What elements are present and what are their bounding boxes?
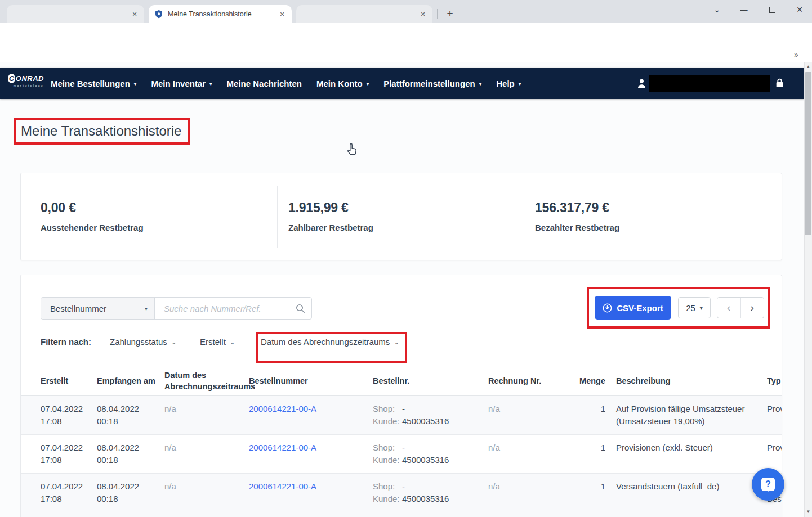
window-maximize-button[interactable] — [764, 2, 780, 17]
filter-erstellt[interactable]: Erstellt⌄ — [200, 337, 235, 347]
user-icon — [637, 79, 646, 88]
logout-lock-icon[interactable] — [775, 78, 784, 88]
description-value: Auf Provision fällige Umsatzsteuer (Umsa… — [616, 404, 744, 426]
shop-value: - — [402, 443, 405, 452]
column-header: Bestellnr. — [373, 366, 484, 395]
description-value: Versandsteuern (taxfull_de) — [616, 482, 719, 491]
csv-export-button[interactable]: CSV-Export — [595, 296, 671, 320]
filter-label: Datum des Abrechnungszeitraums — [261, 337, 390, 347]
nav-item-plattformeinstellungen[interactable]: Plattformeinstellungen▾ — [383, 79, 481, 88]
table-body: 07.04.2022 17:08 08.04.2022 00:18 n/a 20… — [21, 396, 782, 517]
help-button[interactable]: ? — [752, 468, 784, 501]
filter-label: Erstellt — [200, 337, 226, 347]
window-minimize-button[interactable]: — — [736, 2, 752, 17]
cell-abrechnungszeitraum: n/a — [164, 480, 250, 493]
browser-tab-active[interactable]: Meine Transaktionshistorie ✕ — [149, 5, 292, 23]
nav-item-label: Meine Bestellungen — [51, 79, 130, 88]
bookmarks-overflow-chevron[interactable]: » — [794, 50, 798, 59]
window-close-button[interactable]: ✕ — [792, 2, 807, 17]
order-number-link[interactable]: 2000614221-00-A — [249, 443, 316, 452]
scrollbar-thumb[interactable] — [805, 72, 811, 235]
search-input[interactable] — [155, 298, 289, 319]
quantity-value: 1 — [601, 443, 605, 452]
customer-value: 4500035316 — [402, 455, 449, 465]
column-header: Rechnung Nr. — [488, 366, 573, 395]
search-icon[interactable] — [289, 298, 311, 319]
chevron-down-icon: ▾ — [700, 305, 703, 311]
column-header: Empfangen am — [97, 366, 155, 395]
created-date: 07.04.2022 — [41, 403, 92, 415]
search-field-select[interactable]: Bestellnummer ▾ — [41, 298, 155, 319]
chevron-down-icon: ⌄ — [394, 338, 399, 346]
invoice-value: n/a — [488, 482, 500, 491]
customer-label: Kunde: — [373, 415, 402, 428]
page-title: Meine Transaktionshistorie — [21, 123, 181, 139]
received-date: 08.04.2022 — [97, 403, 155, 415]
chevron-down-icon: ▾ — [367, 81, 369, 87]
pagination: ‹ › — [717, 297, 764, 318]
cell-menge: 1 — [577, 442, 605, 454]
table-row: 07.04.2022 17:08 08.04.2022 00:18 n/a 20… — [21, 396, 782, 435]
column-header: Erstellt — [41, 366, 92, 395]
logo-subtext: marketplace — [8, 84, 44, 87]
chevron-down-icon: ▾ — [145, 305, 148, 312]
nav-item-label: Mein Konto — [316, 79, 363, 88]
new-tab-button[interactable]: + — [443, 7, 457, 21]
browser-tab-1[interactable]: ✕ — [7, 5, 144, 23]
tab-search-chevron-icon[interactable]: ⌄ — [709, 2, 725, 17]
filter-abrechnungszeitraum[interactable]: Datum des Abrechnungszeitraums⌄ — [261, 337, 399, 347]
summary-label: Ausstehender Restbetrag — [41, 223, 144, 232]
column-header: Bestellnummer — [249, 366, 368, 395]
summary-divider — [527, 186, 527, 248]
nav-item-mein-inventar[interactable]: Mein Inventar▾ — [151, 79, 212, 88]
account-name-redacted[interactable] — [649, 75, 770, 92]
chevron-down-icon: ⌄ — [230, 338, 235, 346]
next-page-button[interactable]: › — [741, 298, 764, 318]
shop-value: - — [402, 482, 405, 491]
customer-value: 4500035316 — [402, 494, 449, 503]
balances-summary-card: 0,00 € Ausstehender Restbetrag 1.915,99 … — [20, 173, 782, 260]
tab-close-icon[interactable]: ✕ — [277, 9, 287, 19]
scrollbar-up-arrow[interactable]: ▲ — [805, 63, 812, 71]
cell-bestellnr: Shop:- Kunde:4500035316 — [373, 403, 484, 428]
filter-label: Zahlungsstatus — [110, 337, 167, 347]
cell-menge: 1 — [577, 480, 605, 493]
nav-item-label: Meine Nachrichten — [227, 79, 302, 88]
page-scrollbar: ▲ ▼ — [804, 62, 812, 517]
previous-page-button[interactable]: ‹ — [717, 298, 741, 318]
summary-paid: 156.317,79 € Bezahlter Restbetrag — [535, 200, 619, 232]
cell-empfangen-am: 08.04.2022 00:18 — [97, 403, 155, 428]
summary-label: Zahlbarer Restbetrag — [288, 223, 373, 232]
cell-beschreibung: Versandsteuern (taxfull_de) — [616, 480, 767, 493]
chevron-down-icon: ▾ — [479, 81, 482, 87]
cell-erstellt: 07.04.2022 17:08 — [41, 442, 92, 466]
nav-item-meine-bestellungen[interactable]: Meine Bestellungen▾ — [51, 79, 136, 88]
order-number-link[interactable]: 2000614221-00-A — [249, 404, 316, 413]
browser-toolbar: ← → ⟳ conradb2b-prod.mirakl.net/sellerpa… — [0, 23, 812, 48]
page-size-select[interactable]: 25 ▾ — [678, 297, 711, 318]
received-time: 00:18 — [97, 415, 155, 428]
browser-tab-3[interactable]: ✕ — [296, 5, 432, 23]
column-header: Beschreibung — [616, 366, 767, 395]
logo-c-mark: C — [8, 74, 15, 83]
received-time: 00:18 — [97, 454, 155, 466]
webpage: C ONRAD marketplace Meine Bestellungen▾M… — [0, 62, 804, 517]
tab-close-icon[interactable]: ✕ — [418, 9, 428, 19]
title-annotation-box: Meine Transaktionshistorie — [14, 118, 190, 145]
cell-typ: Prov — [767, 442, 782, 454]
type-line1: Prov — [767, 403, 782, 415]
nav-item-meine-nachrichten[interactable]: Meine Nachrichten — [227, 79, 302, 88]
summary-label: Bezahlter Restbetrag — [535, 223, 619, 232]
column-header: Typ — [767, 366, 782, 395]
nav-item-label: Plattformeinstellungen — [383, 79, 475, 88]
billing-period-value: n/a — [164, 482, 176, 491]
nav-item-mein-konto[interactable]: Mein Konto▾ — [316, 79, 369, 88]
tab-close-icon[interactable]: ✕ — [130, 9, 140, 19]
order-number-link[interactable]: 2000614221-00-A — [249, 482, 316, 491]
nav-item-help[interactable]: Help▾ — [496, 79, 521, 88]
invoice-value: n/a — [488, 443, 500, 452]
scrollbar-down-arrow[interactable]: ▼ — [805, 508, 812, 516]
filter-zahlungsstatus[interactable]: Zahlungsstatus⌄ — [110, 337, 177, 347]
filters-label: Filtern nach: — [41, 337, 91, 347]
conrad-logo[interactable]: C ONRAD marketplace — [8, 74, 44, 87]
